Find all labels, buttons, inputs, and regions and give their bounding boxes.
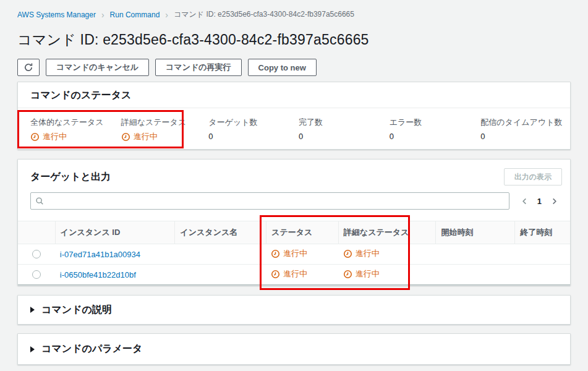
field-value: 0 bbox=[390, 131, 481, 142]
table-row: i-07ed71a41b1a00934 進行中 進行中 bbox=[18, 244, 570, 265]
clock-in-progress-icon bbox=[343, 270, 352, 279]
table-header-row: インスタンス ID インスタンス名 ステータス 詳細なステータス 開始時刻 終了… bbox=[18, 221, 570, 244]
section-command-description[interactable]: コマンドの説明 bbox=[17, 295, 571, 325]
col-instance-name: インスタンス名 bbox=[174, 221, 266, 244]
pagination-prev-icon[interactable] bbox=[521, 198, 528, 205]
breadcrumb-current: コマンド ID: e253d5e6-cfa3-4300-84c2-fb397a5… bbox=[174, 9, 354, 20]
pagination-next-icon[interactable] bbox=[551, 198, 558, 205]
copy-to-new-button[interactable]: Copy to new bbox=[248, 59, 317, 76]
clock-in-progress-icon bbox=[271, 270, 280, 279]
targets-output-header: ターゲットと出力 出力の表示 bbox=[18, 160, 570, 186]
page-container: AWS Systems Manager › Run Command › コマンド… bbox=[0, 0, 588, 365]
page-title: コマンド ID: e253d5e6-cfa3-4300-84c2-fb397a5… bbox=[17, 30, 571, 49]
field-error-count: エラー数 0 bbox=[390, 117, 481, 144]
clock-in-progress-icon bbox=[121, 132, 130, 142]
command-status-card: コマンドのステータス 全体的なステータス 進行中 詳細なステータス 進行中 ター… bbox=[17, 82, 571, 150]
col-instance-id: インスタンス ID bbox=[55, 221, 175, 244]
status-badge: 進行中 bbox=[271, 268, 307, 279]
col-detailed-status: 詳細なステータス bbox=[338, 221, 436, 244]
status-badge: 進行中 bbox=[30, 131, 67, 142]
pagination-current-page[interactable]: 1 bbox=[537, 197, 542, 206]
action-toolbar: コマンドのキャンセル コマンドの再実行 Copy to new bbox=[17, 59, 571, 76]
table-toolbar: 1 bbox=[18, 186, 570, 210]
view-output-button[interactable]: 出力の表示 bbox=[504, 168, 562, 186]
section-command-parameters[interactable]: コマンドのパラメータ bbox=[17, 333, 571, 365]
instance-id-link[interactable]: i-0650bfe41b22d10bf bbox=[60, 270, 136, 279]
field-label: 全体的なステータス bbox=[30, 117, 121, 128]
chevron-right-icon: › bbox=[165, 11, 168, 19]
table-row: i-0650bfe41b22d10bf 進行中 進行中 bbox=[18, 265, 570, 285]
rerun-command-button[interactable]: コマンドの再実行 bbox=[155, 59, 242, 76]
field-overall-status: 全体的なステータス 進行中 bbox=[30, 117, 121, 144]
row-select-radio[interactable] bbox=[32, 250, 41, 258]
clock-in-progress-icon bbox=[343, 249, 352, 258]
field-value: 0 bbox=[208, 131, 299, 142]
table-header-select bbox=[18, 221, 55, 244]
status-badge: 進行中 bbox=[121, 131, 158, 142]
breadcrumb-link-ssm[interactable]: AWS Systems Manager bbox=[17, 11, 96, 19]
status-badge: 進行中 bbox=[343, 268, 380, 279]
field-target-count: ターゲット数 0 bbox=[208, 117, 299, 144]
search-box bbox=[30, 192, 509, 210]
command-status-card-header: コマンドのステータス bbox=[18, 82, 570, 108]
field-completed-count: 完了数 0 bbox=[299, 117, 390, 144]
field-value: 0 bbox=[480, 131, 570, 142]
targets-table: インスタンス ID インスタンス名 ステータス 詳細なステータス 開始時刻 終了… bbox=[18, 221, 570, 285]
row-select-radio[interactable] bbox=[32, 270, 41, 279]
col-status: ステータス bbox=[266, 221, 338, 244]
search-icon bbox=[35, 197, 44, 205]
expand-triangle-icon bbox=[30, 307, 35, 313]
instance-id-link[interactable]: i-07ed71a41b1a00934 bbox=[60, 250, 140, 259]
clock-in-progress-icon bbox=[30, 132, 40, 142]
pagination: 1 bbox=[521, 197, 558, 206]
chevron-right-icon: › bbox=[101, 11, 104, 19]
section-title: コマンドのパラメータ bbox=[41, 343, 142, 356]
search-input[interactable] bbox=[30, 192, 509, 210]
field-label: ターゲット数 bbox=[208, 117, 299, 128]
field-label: 配信のタイムアウト数 bbox=[480, 117, 570, 128]
field-delivery-timeout-count: 配信のタイムアウト数 0 bbox=[480, 117, 570, 144]
status-badge: 進行中 bbox=[271, 248, 307, 259]
status-fields: 全体的なステータス 進行中 詳細なステータス 進行中 ターゲット数 0 完了数 bbox=[18, 108, 570, 144]
section-title: コマンドの説明 bbox=[41, 304, 112, 317]
refresh-icon bbox=[23, 62, 33, 72]
col-end-time: 終了時刻 bbox=[514, 221, 570, 244]
col-start-time: 開始時刻 bbox=[435, 221, 514, 244]
field-value: 0 bbox=[299, 131, 390, 142]
field-label: 詳細なステータス bbox=[121, 117, 209, 128]
refresh-button[interactable] bbox=[17, 59, 40, 76]
command-status-card-title: コマンドのステータス bbox=[30, 90, 131, 100]
clock-in-progress-icon bbox=[271, 249, 280, 258]
field-detailed-status: 詳細なステータス 進行中 bbox=[121, 117, 209, 144]
field-label: エラー数 bbox=[390, 117, 481, 128]
field-label: 完了数 bbox=[299, 117, 390, 128]
breadcrumb-link-run-command[interactable]: Run Command bbox=[110, 11, 160, 19]
cancel-command-button[interactable]: コマンドのキャンセル bbox=[46, 59, 149, 76]
targets-output-card: ターゲットと出力 出力の表示 1 インスタンス ID イン bbox=[17, 159, 571, 286]
expand-triangle-icon bbox=[30, 346, 35, 352]
targets-output-title: ターゲットと出力 bbox=[30, 171, 111, 184]
status-badge: 進行中 bbox=[343, 248, 380, 259]
breadcrumb: AWS Systems Manager › Run Command › コマンド… bbox=[17, 9, 571, 20]
